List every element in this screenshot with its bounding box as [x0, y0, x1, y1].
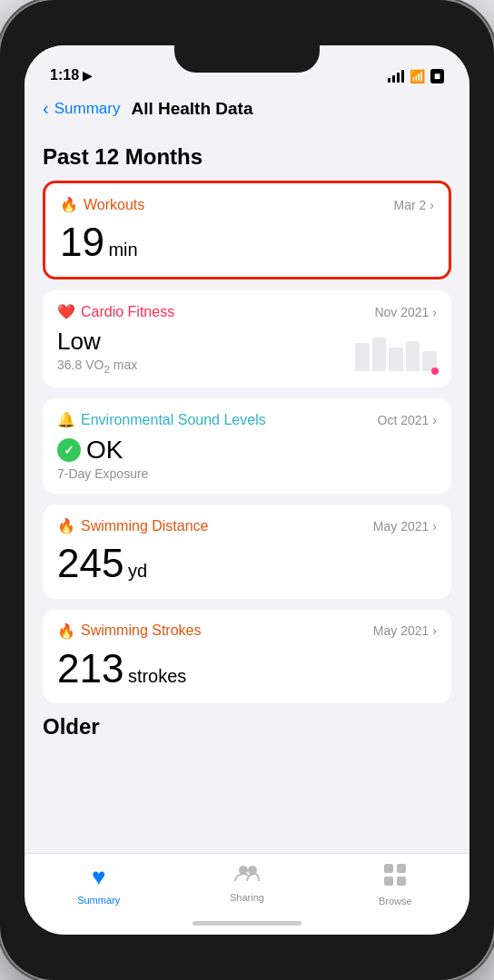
environmental-sound-card[interactable]: 🔔 Environmental Sound Levels Oct 2021 › …	[43, 398, 451, 494]
wifi-icon: 📶	[410, 69, 425, 83]
cardio-fitness-card[interactable]: ❤️ Cardio Fitness Nov 2021 › Low 36.8 V	[43, 290, 451, 387]
status-icons: 📶 ■	[388, 69, 444, 83]
svg-rect-4	[384, 877, 393, 886]
swim-strokes-value: 213	[57, 646, 124, 691]
workouts-unit: min	[108, 240, 137, 260]
cardio-icon: ❤️	[57, 303, 75, 320]
notch	[174, 45, 320, 73]
cardio-date: Nov 2021 ›	[374, 305, 437, 319]
status-time: 1:18 ▶	[50, 67, 92, 83]
swim-strokes-title: 🔥 Swimming Strokes	[57, 622, 201, 640]
main-content: Past 12 Months 🔥 Workouts Mar 2 ›	[25, 130, 469, 853]
swim-strokes-date: May 2021 ›	[373, 623, 437, 638]
check-circle-icon: ✓	[57, 438, 81, 462]
workouts-icon: 🔥	[60, 196, 78, 213]
nav-header: ‹ Summary All Health Data	[25, 91, 469, 130]
chevron-right-icon: ›	[432, 519, 437, 534]
swim-dist-value: 245	[57, 541, 124, 585]
chevron-right-icon: ›	[430, 198, 434, 212]
cardio-status: Low	[57, 328, 137, 356]
back-label: Summary	[54, 100, 121, 118]
back-button[interactable]: ‹ Summary	[43, 98, 120, 119]
swim-dist-unit: yd	[128, 561, 147, 581]
env-sound-icon: 🔔	[57, 411, 75, 428]
tab-browse[interactable]: Browse	[321, 863, 469, 906]
home-indicator	[193, 921, 301, 926]
env-sound-date: Oct 2021 ›	[378, 413, 438, 427]
svg-rect-3	[397, 864, 406, 873]
browse-icon	[383, 863, 407, 892]
phone-screen: 1:18 ▶ 📶 ■ ‹ Summ	[25, 45, 469, 935]
phone-frame: 1:18 ▶ 📶 ■ ‹ Summ	[0, 0, 494, 980]
env-sound-subtitle: 7-Day Exposure	[57, 466, 437, 481]
swimming-distance-card[interactable]: 🔥 Swimming Distance May 2021 › 245 yd	[43, 505, 451, 598]
chevron-right-icon: ›	[432, 305, 437, 319]
page-title: All Health Data	[131, 99, 252, 119]
browse-tab-label: Browse	[379, 896, 412, 906]
tab-summary[interactable]: ♥ Summary	[25, 863, 173, 906]
sharing-icon	[234, 863, 260, 888]
workouts-card-title: 🔥 Workouts	[60, 196, 144, 213]
tab-sharing[interactable]: Sharing	[173, 863, 321, 903]
chevron-right-icon: ›	[432, 623, 437, 638]
cardio-title: ❤️ Cardio Fitness	[57, 303, 174, 320]
signal-bars	[388, 70, 404, 83]
svg-rect-5	[397, 877, 406, 886]
svg-rect-2	[384, 864, 393, 873]
swim-strokes-unit: strokes	[128, 666, 186, 686]
chevron-left-icon: ‹	[43, 98, 49, 119]
sharing-tab-label: Sharing	[230, 892, 264, 903]
section-title-past12: Past 12 Months	[43, 144, 451, 170]
section-title-older: Older	[43, 714, 451, 740]
env-sound-title: 🔔 Environmental Sound Levels	[57, 411, 266, 428]
swim-dist-title: 🔥 Swimming Distance	[57, 517, 208, 534]
swim-dist-date: May 2021 ›	[373, 519, 437, 534]
summary-icon: ♥	[92, 863, 105, 891]
location-icon: ▶	[83, 69, 92, 83]
ok-status: ✓ OK	[57, 436, 437, 465]
swim-dist-icon: 🔥	[57, 517, 75, 534]
chevron-right-icon: ›	[432, 413, 437, 427]
workouts-card[interactable]: 🔥 Workouts Mar 2 › 19 min	[43, 181, 451, 279]
cardio-chart	[355, 331, 437, 375]
workouts-value: 19	[60, 220, 104, 264]
battery-icon: ■	[430, 69, 444, 83]
swimming-strokes-card[interactable]: 🔥 Swimming Strokes May 2021 › 213 stroke…	[43, 610, 451, 703]
cardio-subtitle: 36.8 VO2 max	[57, 358, 137, 375]
workouts-date: Mar 2 ›	[394, 198, 434, 212]
swim-strokes-icon: 🔥	[57, 622, 75, 640]
summary-tab-label: Summary	[77, 895, 120, 906]
